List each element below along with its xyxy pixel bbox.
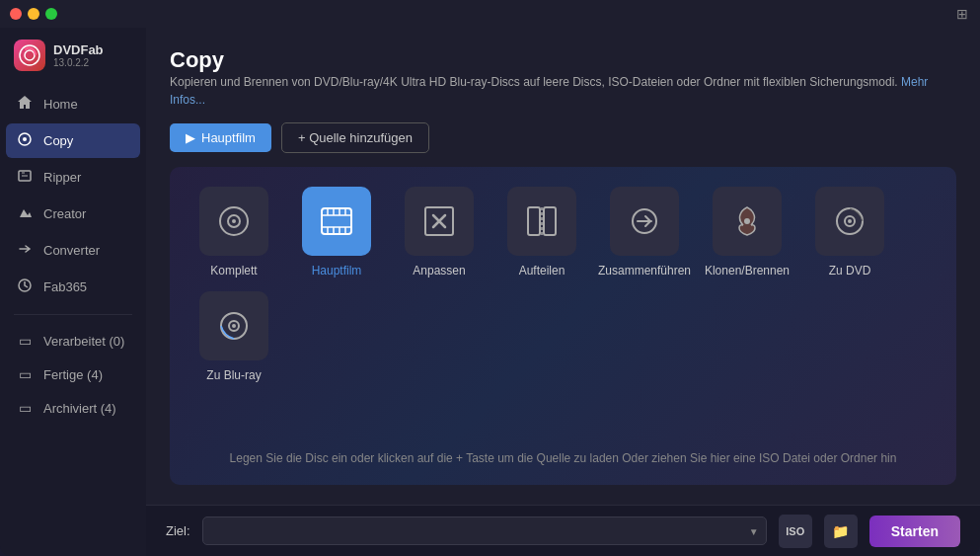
toolbar: ▶ Hauptfilm + Quelle hinzufügen	[170, 122, 956, 153]
dest-input[interactable]	[202, 516, 767, 545]
drop-hint: Legen Sie die Disc ein oder klicken auf …	[189, 441, 937, 465]
sidebar-item-archiviert[interactable]: ▭ Archiviert (4)	[6, 392, 140, 424]
archiviert-icon: ▭	[16, 400, 34, 416]
mode-icon-komplett	[199, 187, 268, 256]
app-logo: DVDFab 13.0.2.2	[0, 28, 146, 87]
svg-point-18	[848, 219, 852, 223]
svg-point-15	[744, 218, 750, 224]
window-icon: ⊞	[956, 6, 968, 22]
home-icon	[16, 95, 34, 114]
sidebar-item-ripper[interactable]: Ripper	[6, 160, 140, 195]
sidebar-label-fab365: Fab365	[43, 279, 87, 294]
sidebar-item-verarbeitet[interactable]: ▭ Verarbeitet (0)	[6, 325, 140, 357]
svg-point-21	[232, 324, 236, 328]
mode-icon-anpassen	[405, 187, 474, 256]
main-area: Copy Kopieren und Brennen von DVD/Blu-ra…	[146, 0, 980, 556]
mode-label-aufteilen: Aufteilen	[519, 264, 565, 278]
iso-icon: ISO	[786, 525, 804, 537]
main-content: Copy Kopieren und Brennen von DVD/Blu-ra…	[146, 28, 980, 505]
mode-icon-klonen	[713, 187, 782, 256]
mode-icon-hauptfilm	[302, 187, 371, 256]
svg-rect-9	[322, 208, 351, 234]
mode-grid: Komplett Hauptfilm Anpassen Aufteilen Zu…	[189, 187, 937, 382]
add-source-button[interactable]: + Quelle hinzufügen	[281, 122, 429, 153]
sidebar-label-home: Home	[43, 97, 78, 112]
svg-rect-12	[544, 207, 556, 235]
sidebar-label-creator: Creator	[43, 206, 86, 221]
app-version: 13.0.2.2	[53, 57, 104, 68]
title-bar: ⊞	[0, 0, 980, 28]
page-header: Copy Kopieren und Brennen von DVD/Blu-ra…	[170, 47, 956, 109]
sidebar-label-ripper: Ripper	[43, 170, 81, 185]
sidebar-item-fertige[interactable]: ▭ Fertige (4)	[6, 358, 140, 390]
sidebar-item-fab365[interactable]: Fab365	[6, 270, 140, 304]
page-description: Kopieren und Brennen von DVD/Blu-ray/4K …	[170, 73, 956, 109]
mode-label-zusammenfuhren: Zusammenführen	[598, 264, 691, 278]
traffic-lights	[10, 8, 57, 20]
mode-grid-container: Komplett Hauptfilm Anpassen Aufteilen Zu…	[170, 167, 956, 485]
mode-icon-zusammenfuhren	[610, 187, 679, 256]
mode-label-komplett: Komplett	[210, 264, 257, 278]
svg-point-1	[25, 50, 35, 60]
mode-item-zu_bluray[interactable]: Zu Blu-ray	[189, 291, 278, 382]
mode-item-zusammenfuhren[interactable]: Zusammenführen	[600, 187, 689, 278]
hauptfilm-button[interactable]: ▶ Hauptfilm	[170, 123, 271, 152]
fertige-icon: ▭	[16, 366, 34, 382]
sidebar: DVDFab 13.0.2.2 Home Copy Ripper Creator…	[0, 0, 146, 556]
sidebar-label-copy: Copy	[43, 133, 73, 148]
mode-label-hauptfilm: Hauptfilm	[312, 264, 362, 278]
sidebar-label-verarbeitet: Verarbeitet (0)	[43, 334, 124, 349]
ripper-icon	[16, 168, 34, 187]
mode-item-anpassen[interactable]: Anpassen	[395, 187, 484, 278]
iso-icon-button[interactable]: ISO	[779, 515, 812, 548]
sidebar-item-creator[interactable]: Creator	[6, 197, 140, 231]
sidebar-divider	[14, 314, 132, 315]
minimize-button[interactable]	[28, 8, 39, 20]
folder-icon: 📁	[832, 523, 849, 539]
mode-label-zu_dvd: Zu DVD	[829, 264, 871, 278]
close-button[interactable]	[10, 8, 22, 20]
svg-point-8	[232, 219, 236, 223]
mode-label-klonen: Klonen/Brennen	[705, 264, 790, 278]
chevron-down-icon: ▼	[749, 525, 759, 536]
mode-item-zu_dvd[interactable]: Zu DVD	[805, 187, 894, 278]
mode-item-aufteilen[interactable]: Aufteilen	[497, 187, 586, 278]
sidebar-item-home[interactable]: Home	[6, 87, 140, 121]
sidebar-label-archiviert: Archiviert (4)	[43, 401, 116, 416]
sidebar-item-converter[interactable]: Converter	[6, 233, 140, 268]
converter-icon	[16, 241, 34, 260]
sidebar-label-converter: Converter	[43, 243, 100, 258]
logo-icon	[14, 40, 45, 71]
bottom-bar: Ziel: ▼ ISO 📁 Starten	[146, 505, 980, 556]
sidebar-label-fertige: Fertige (4)	[43, 367, 103, 382]
mode-icon-zu_dvd	[815, 187, 884, 256]
sidebar-item-copy[interactable]: Copy	[6, 123, 140, 158]
dest-input-wrap: ▼	[202, 516, 767, 545]
mode-item-komplett[interactable]: Komplett	[189, 187, 278, 278]
mode-label-zu_bluray: Zu Blu-ray	[206, 368, 261, 382]
mode-label-anpassen: Anpassen	[413, 264, 465, 278]
creator-icon	[16, 204, 34, 223]
dest-label: Ziel:	[166, 523, 190, 538]
mode-icon-zu_bluray	[199, 291, 268, 360]
sidebar-section: ▭ Verarbeitet (0) ▭ Fertige (4) ▭ Archiv…	[0, 325, 146, 424]
page-title: Copy	[170, 47, 956, 73]
app-name: DVDFab	[53, 42, 104, 57]
film-icon: ▶	[186, 130, 195, 145]
fab365-icon	[16, 278, 34, 296]
maximize-button[interactable]	[45, 8, 57, 20]
copy-icon	[16, 131, 34, 150]
mode-item-hauptfilm[interactable]: Hauptfilm	[292, 187, 381, 278]
mode-icon-aufteilen	[507, 187, 576, 256]
sidebar-nav: Home Copy Ripper Creator Converter Fab36…	[0, 87, 146, 304]
mode-item-klonen[interactable]: Klonen/Brennen	[703, 187, 792, 278]
folder-icon-button[interactable]: 📁	[824, 515, 858, 548]
verarbeitet-icon: ▭	[16, 333, 34, 349]
svg-rect-11	[528, 207, 540, 235]
svg-point-3	[23, 137, 27, 141]
start-button[interactable]: Starten	[869, 516, 960, 547]
